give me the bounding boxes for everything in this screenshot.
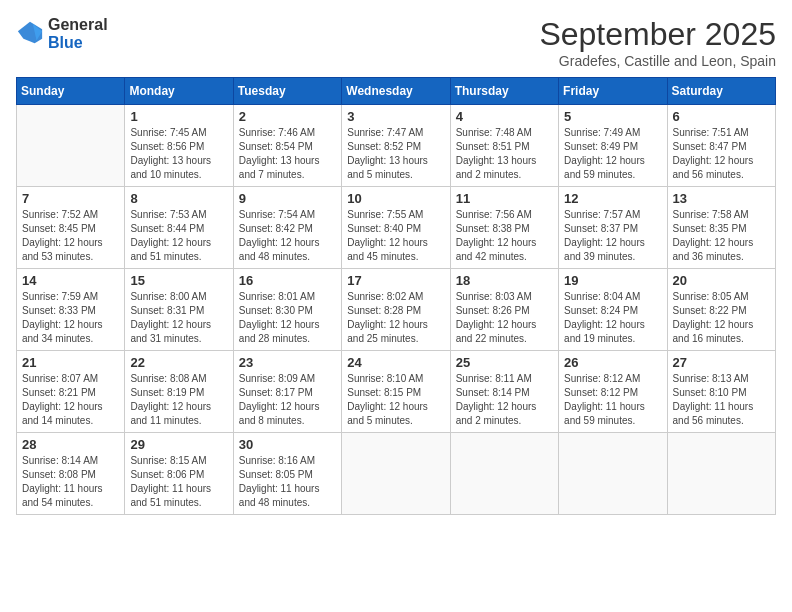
- day-info: Sunrise: 8:10 AMSunset: 8:15 PMDaylight:…: [347, 372, 444, 428]
- day-cell: [342, 433, 450, 515]
- day-cell: 22Sunrise: 8:08 AMSunset: 8:19 PMDayligh…: [125, 351, 233, 433]
- header-day-friday: Friday: [559, 78, 667, 105]
- month-title: September 2025: [539, 16, 776, 53]
- location: Gradefes, Castille and Leon, Spain: [539, 53, 776, 69]
- day-number: 3: [347, 109, 444, 124]
- day-cell: 11Sunrise: 7:56 AMSunset: 8:38 PMDayligh…: [450, 187, 558, 269]
- day-cell: 14Sunrise: 7:59 AMSunset: 8:33 PMDayligh…: [17, 269, 125, 351]
- day-cell: [559, 433, 667, 515]
- day-info: Sunrise: 7:53 AMSunset: 8:44 PMDaylight:…: [130, 208, 227, 264]
- title-area: September 2025 Gradefes, Castille and Le…: [539, 16, 776, 69]
- day-info: Sunrise: 7:56 AMSunset: 8:38 PMDaylight:…: [456, 208, 553, 264]
- header-day-tuesday: Tuesday: [233, 78, 341, 105]
- week-row-4: 28Sunrise: 8:14 AMSunset: 8:08 PMDayligh…: [17, 433, 776, 515]
- day-cell: 20Sunrise: 8:05 AMSunset: 8:22 PMDayligh…: [667, 269, 775, 351]
- day-cell: 30Sunrise: 8:16 AMSunset: 8:05 PMDayligh…: [233, 433, 341, 515]
- day-number: 15: [130, 273, 227, 288]
- header: General Blue September 2025 Gradefes, Ca…: [16, 16, 776, 69]
- day-cell: 21Sunrise: 8:07 AMSunset: 8:21 PMDayligh…: [17, 351, 125, 433]
- day-info: Sunrise: 8:05 AMSunset: 8:22 PMDaylight:…: [673, 290, 770, 346]
- day-info: Sunrise: 8:11 AMSunset: 8:14 PMDaylight:…: [456, 372, 553, 428]
- day-cell: [667, 433, 775, 515]
- day-number: 29: [130, 437, 227, 452]
- day-info: Sunrise: 8:03 AMSunset: 8:26 PMDaylight:…: [456, 290, 553, 346]
- day-info: Sunrise: 7:46 AMSunset: 8:54 PMDaylight:…: [239, 126, 336, 182]
- calendar-body: 1Sunrise: 7:45 AMSunset: 8:56 PMDaylight…: [17, 105, 776, 515]
- day-number: 27: [673, 355, 770, 370]
- day-info: Sunrise: 7:59 AMSunset: 8:33 PMDaylight:…: [22, 290, 119, 346]
- header-day-saturday: Saturday: [667, 78, 775, 105]
- day-cell: 13Sunrise: 7:58 AMSunset: 8:35 PMDayligh…: [667, 187, 775, 269]
- day-cell: 1Sunrise: 7:45 AMSunset: 8:56 PMDaylight…: [125, 105, 233, 187]
- day-cell: 25Sunrise: 8:11 AMSunset: 8:14 PMDayligh…: [450, 351, 558, 433]
- logo-general: General: [48, 16, 108, 34]
- day-number: 28: [22, 437, 119, 452]
- day-number: 4: [456, 109, 553, 124]
- logo: General Blue: [16, 16, 108, 51]
- day-cell: 3Sunrise: 7:47 AMSunset: 8:52 PMDaylight…: [342, 105, 450, 187]
- day-cell: 26Sunrise: 8:12 AMSunset: 8:12 PMDayligh…: [559, 351, 667, 433]
- day-cell: 4Sunrise: 7:48 AMSunset: 8:51 PMDaylight…: [450, 105, 558, 187]
- day-number: 8: [130, 191, 227, 206]
- day-cell: 5Sunrise: 7:49 AMSunset: 8:49 PMDaylight…: [559, 105, 667, 187]
- day-cell: 15Sunrise: 8:00 AMSunset: 8:31 PMDayligh…: [125, 269, 233, 351]
- header-day-monday: Monday: [125, 78, 233, 105]
- day-number: 16: [239, 273, 336, 288]
- day-cell: 6Sunrise: 7:51 AMSunset: 8:47 PMDaylight…: [667, 105, 775, 187]
- day-info: Sunrise: 7:54 AMSunset: 8:42 PMDaylight:…: [239, 208, 336, 264]
- day-info: Sunrise: 8:08 AMSunset: 8:19 PMDaylight:…: [130, 372, 227, 428]
- logo-icon: [16, 20, 44, 48]
- day-number: 26: [564, 355, 661, 370]
- logo-blue: Blue: [48, 34, 108, 52]
- week-row-3: 21Sunrise: 8:07 AMSunset: 8:21 PMDayligh…: [17, 351, 776, 433]
- day-cell: 18Sunrise: 8:03 AMSunset: 8:26 PMDayligh…: [450, 269, 558, 351]
- calendar-table: SundayMondayTuesdayWednesdayThursdayFrid…: [16, 77, 776, 515]
- week-row-2: 14Sunrise: 7:59 AMSunset: 8:33 PMDayligh…: [17, 269, 776, 351]
- day-number: 24: [347, 355, 444, 370]
- day-number: 19: [564, 273, 661, 288]
- day-number: 7: [22, 191, 119, 206]
- day-info: Sunrise: 7:55 AMSunset: 8:40 PMDaylight:…: [347, 208, 444, 264]
- day-info: Sunrise: 8:00 AMSunset: 8:31 PMDaylight:…: [130, 290, 227, 346]
- day-number: 11: [456, 191, 553, 206]
- header-day-thursday: Thursday: [450, 78, 558, 105]
- day-number: 17: [347, 273, 444, 288]
- day-number: 14: [22, 273, 119, 288]
- header-day-wednesday: Wednesday: [342, 78, 450, 105]
- header-row: SundayMondayTuesdayWednesdayThursdayFrid…: [17, 78, 776, 105]
- day-number: 5: [564, 109, 661, 124]
- day-number: 21: [22, 355, 119, 370]
- day-cell: 27Sunrise: 8:13 AMSunset: 8:10 PMDayligh…: [667, 351, 775, 433]
- day-number: 6: [673, 109, 770, 124]
- day-cell: [450, 433, 558, 515]
- day-number: 10: [347, 191, 444, 206]
- day-info: Sunrise: 7:49 AMSunset: 8:49 PMDaylight:…: [564, 126, 661, 182]
- day-info: Sunrise: 7:58 AMSunset: 8:35 PMDaylight:…: [673, 208, 770, 264]
- day-cell: 7Sunrise: 7:52 AMSunset: 8:45 PMDaylight…: [17, 187, 125, 269]
- day-number: 30: [239, 437, 336, 452]
- day-cell: 2Sunrise: 7:46 AMSunset: 8:54 PMDaylight…: [233, 105, 341, 187]
- day-number: 2: [239, 109, 336, 124]
- day-cell: 23Sunrise: 8:09 AMSunset: 8:17 PMDayligh…: [233, 351, 341, 433]
- day-cell: [17, 105, 125, 187]
- day-info: Sunrise: 8:12 AMSunset: 8:12 PMDaylight:…: [564, 372, 661, 428]
- day-info: Sunrise: 8:02 AMSunset: 8:28 PMDaylight:…: [347, 290, 444, 346]
- day-cell: 10Sunrise: 7:55 AMSunset: 8:40 PMDayligh…: [342, 187, 450, 269]
- day-cell: 19Sunrise: 8:04 AMSunset: 8:24 PMDayligh…: [559, 269, 667, 351]
- day-number: 25: [456, 355, 553, 370]
- week-row-0: 1Sunrise: 7:45 AMSunset: 8:56 PMDaylight…: [17, 105, 776, 187]
- day-number: 9: [239, 191, 336, 206]
- calendar-header: SundayMondayTuesdayWednesdayThursdayFrid…: [17, 78, 776, 105]
- day-number: 20: [673, 273, 770, 288]
- day-number: 22: [130, 355, 227, 370]
- day-info: Sunrise: 8:07 AMSunset: 8:21 PMDaylight:…: [22, 372, 119, 428]
- day-info: Sunrise: 8:16 AMSunset: 8:05 PMDaylight:…: [239, 454, 336, 510]
- day-cell: 17Sunrise: 8:02 AMSunset: 8:28 PMDayligh…: [342, 269, 450, 351]
- day-info: Sunrise: 7:52 AMSunset: 8:45 PMDaylight:…: [22, 208, 119, 264]
- day-cell: 29Sunrise: 8:15 AMSunset: 8:06 PMDayligh…: [125, 433, 233, 515]
- day-cell: 24Sunrise: 8:10 AMSunset: 8:15 PMDayligh…: [342, 351, 450, 433]
- day-info: Sunrise: 7:48 AMSunset: 8:51 PMDaylight:…: [456, 126, 553, 182]
- day-info: Sunrise: 7:51 AMSunset: 8:47 PMDaylight:…: [673, 126, 770, 182]
- day-cell: 12Sunrise: 7:57 AMSunset: 8:37 PMDayligh…: [559, 187, 667, 269]
- day-cell: 16Sunrise: 8:01 AMSunset: 8:30 PMDayligh…: [233, 269, 341, 351]
